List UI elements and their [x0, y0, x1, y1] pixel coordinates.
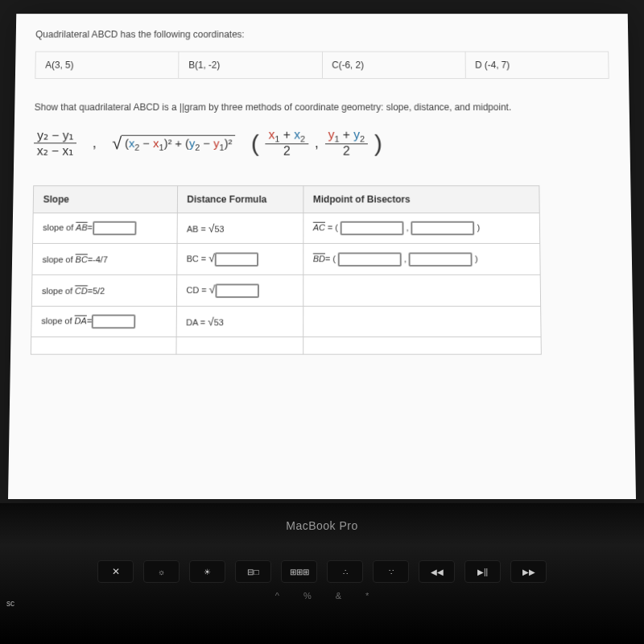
radical-icon: √ — [208, 252, 215, 265]
table-row: slope of AB= AB = √53 AC = ( , ) — [33, 213, 540, 244]
slope-ab-input[interactable] — [93, 221, 136, 235]
formula-row: y₂ − y₁ x₂ − x₁ , √ (x2 − x1)² + (y2 − y… — [34, 128, 611, 159]
coord-c: C(-6, 2) — [322, 52, 465, 78]
worksheet-screen: Quadrilateral ABCD has the following coo… — [8, 14, 636, 499]
coord-d: D (-4, 7) — [465, 52, 608, 78]
header-distance: Distance Formula — [177, 186, 303, 213]
midpoint-bd-x-input[interactable] — [338, 252, 402, 266]
touchbar-row: ✕ ☼ ☀ ⊟□ ⊞⊞⊞ ∴ ∵ ◀◀ ▶|| ▶▶ — [0, 560, 644, 583]
slope-da-input[interactable] — [92, 315, 136, 329]
esc-label: sc — [6, 599, 14, 608]
header-slope: Slope — [33, 186, 177, 213]
brightness-up-key[interactable]: ☀ — [189, 560, 225, 583]
laptop-chassis: MacBook Pro ✕ ☼ ☀ ⊟□ ⊞⊞⊞ ∴ ∵ ◀◀ ▶|| ▶▶ s… — [0, 503, 644, 644]
cd-distance-input[interactable] — [215, 284, 258, 299]
coordinates-table: A(3, 5) B(1, -2) C(-6, 2) D (-4, 7) — [35, 52, 609, 79]
answer-table: Slope Distance Formula Midpoint of Bisec… — [31, 185, 542, 355]
brightness-down-key[interactable]: ☼ — [143, 560, 180, 583]
laptop-brand-label: MacBook Pro — [0, 503, 644, 532]
keyboard-dim-key[interactable]: ∴ — [327, 560, 363, 583]
midpoint-bd-y-input[interactable] — [409, 252, 473, 266]
coord-a: A(3, 5) — [35, 52, 179, 78]
midpoint-formula: ( x1 + x2 2 , y1 + y2 2 ) — [251, 128, 382, 159]
slope-formula: y₂ − y₁ x₂ − x₁ — [34, 128, 77, 158]
coord-b: B(1, -2) — [179, 52, 322, 78]
bc-distance-input[interactable] — [215, 253, 258, 267]
radical-icon: √ — [209, 283, 216, 296]
keyboard-bright-key[interactable]: ∵ — [373, 560, 409, 583]
header-midpoint: Midpoint of Bisectors — [303, 186, 540, 213]
table-row: slope of DA= DA = √53 — [31, 307, 541, 337]
table-row: slope of BC=-4/7 BC = √ BD= ( , ) — [32, 244, 540, 275]
launchpad-key[interactable]: ⊞⊞⊞ — [281, 560, 317, 583]
table-row — [31, 337, 541, 355]
midpoint-ac-y-input[interactable] — [411, 221, 475, 235]
close-key[interactable]: ✕ — [97, 560, 134, 583]
midpoint-ac-x-input[interactable] — [341, 221, 404, 235]
question-prompt: Quadrilateral ABCD has the following coo… — [35, 29, 609, 39]
radical-icon: √ — [112, 133, 122, 153]
formula-sep: , — [93, 135, 97, 151]
next-track-key[interactable]: ▶▶ — [510, 560, 547, 583]
instruction-text: Show that quadrilateral ABCD is a ||gram… — [35, 102, 610, 113]
table-row: slope of CD=5/2 CD = √ — [31, 275, 540, 307]
play-pause-key[interactable]: ▶|| — [464, 560, 501, 583]
prev-track-key[interactable]: ◀◀ — [419, 560, 455, 583]
number-row-partial: ^ % & * — [0, 591, 644, 601]
distance-formula: √ (x2 − x1)² + (y2 − y1)² — [112, 133, 235, 153]
mission-control-key[interactable]: ⊟□ — [235, 560, 271, 583]
